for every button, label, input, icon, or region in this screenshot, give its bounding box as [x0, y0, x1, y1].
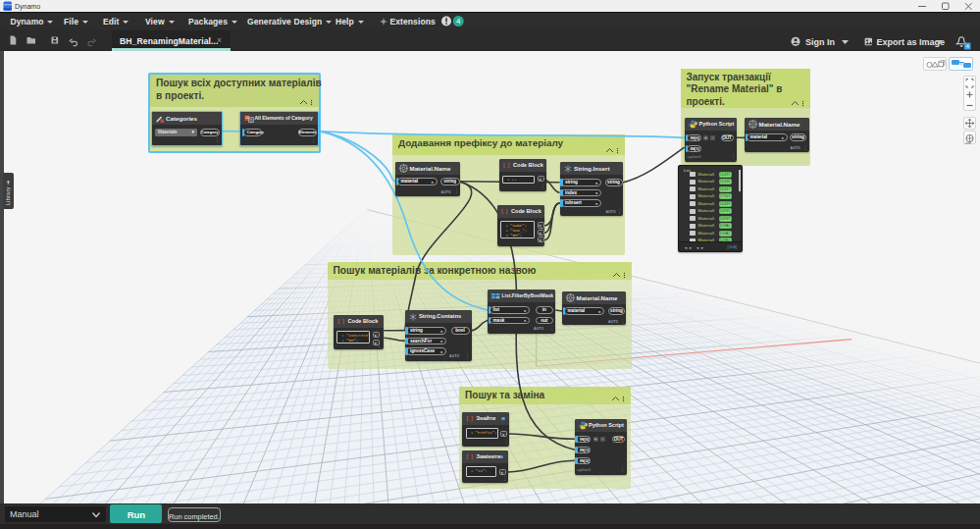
svg-text:4: 4 — [456, 17, 461, 26]
svg-text:4: 4 — [966, 43, 969, 49]
svg-text:Sign In: Sign In — [805, 37, 835, 47]
svg-text:Export as Image: Export as Image — [877, 37, 946, 47]
svg-text:Dynamo: Dynamo — [15, 3, 40, 11]
